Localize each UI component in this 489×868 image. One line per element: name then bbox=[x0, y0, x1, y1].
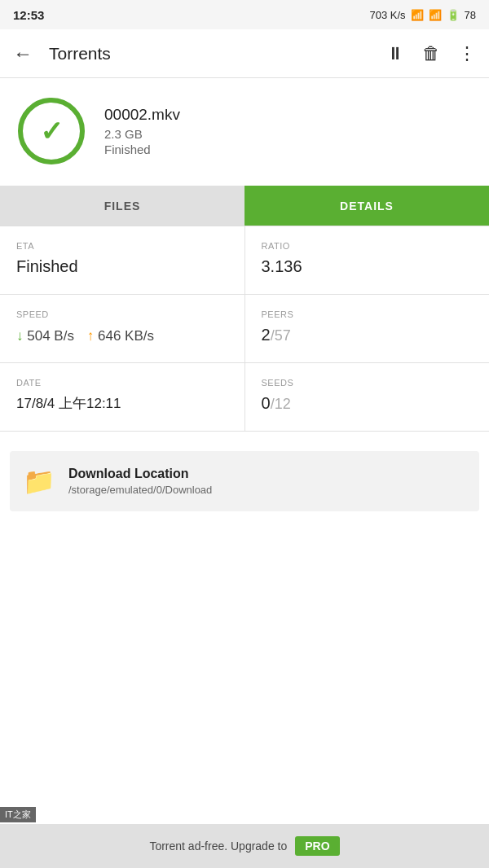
watermark: IT之家 bbox=[0, 807, 36, 822]
seeds-count: 0 bbox=[262, 394, 271, 412]
peers-label: PEERS bbox=[262, 309, 474, 319]
more-button[interactable]: ⋮ bbox=[458, 43, 476, 64]
delete-button[interactable]: 🗑 bbox=[422, 43, 440, 64]
status-speed: 703 K/s bbox=[369, 9, 405, 21]
tab-details[interactable]: DETAILS bbox=[244, 186, 489, 226]
status-time: 12:53 bbox=[13, 8, 44, 22]
speed-up: ↑ 646 KB/s bbox=[87, 328, 154, 344]
ad-banner: Torrent ad-free. Upgrade to PRO bbox=[0, 824, 489, 868]
location-title: Download Location bbox=[68, 467, 212, 481]
app-bar: ← Torrents ⏸ 🗑 ⋮ bbox=[0, 29, 489, 78]
seeds-value: 0/12 bbox=[262, 394, 474, 413]
torrent-info: 00002.mkv 2.3 GB Finished bbox=[104, 106, 180, 156]
download-location[interactable]: 📁 Download Location /storage/emulated/0/… bbox=[10, 451, 479, 511]
speed-down: ↓ 504 B/s bbox=[16, 328, 78, 344]
battery-level: 78 bbox=[465, 9, 476, 21]
speed-label: SPEED bbox=[16, 309, 228, 319]
page-title: Torrents bbox=[49, 44, 386, 64]
pause-button[interactable]: ⏸ bbox=[386, 43, 404, 64]
ad-text: Torrent ad-free. Upgrade to bbox=[149, 840, 287, 853]
status-bar: 12:53 703 K/s 📶 📶 🔋 78 bbox=[0, 0, 489, 29]
speed-up-value: 646 KB/s bbox=[98, 328, 154, 344]
details-cell-ratio: RATIO 3.136 bbox=[245, 226, 490, 294]
peers-total: /57 bbox=[271, 327, 291, 344]
date-value: 17/8/4 上午12:11 bbox=[16, 394, 228, 413]
details-cell-seeds: SEEDS 0/12 bbox=[245, 363, 490, 431]
details-cell-speed: SPEED ↓ 504 B/s ↑ 646 KB/s bbox=[0, 295, 245, 362]
peers-value: 2/57 bbox=[262, 326, 474, 344]
peers-count: 2 bbox=[262, 326, 271, 344]
eta-value: Finished bbox=[16, 257, 228, 276]
torrent-filename: 00002.mkv bbox=[104, 106, 180, 124]
battery-icon: 🔋 bbox=[447, 9, 460, 21]
details-cell-eta: ETA Finished bbox=[0, 226, 245, 294]
status-right: 703 K/s 📶 📶 🔋 78 bbox=[369, 9, 476, 21]
torrent-size: 2.3 GB bbox=[104, 127, 180, 141]
tabs: FILES DETAILS bbox=[0, 186, 489, 226]
location-path: /storage/emulated/0/Download bbox=[68, 484, 212, 496]
pro-button[interactable]: PRO bbox=[295, 836, 339, 856]
details-cell-peers: PEERS 2/57 bbox=[245, 295, 490, 362]
app-bar-actions: ⏸ 🗑 ⋮ bbox=[386, 43, 476, 64]
details-cell-date: DATE 17/8/4 上午12:11 bbox=[0, 363, 245, 431]
speed-value: ↓ 504 B/s ↑ 646 KB/s bbox=[16, 326, 228, 344]
check-icon: ✓ bbox=[40, 115, 63, 147]
ratio-label: RATIO bbox=[262, 241, 474, 251]
folder-icon: 📁 bbox=[23, 466, 55, 497]
details-row-date-seeds: DATE 17/8/4 上午12:11 SEEDS 0/12 bbox=[0, 363, 489, 432]
back-button[interactable]: ← bbox=[13, 42, 33, 65]
seeds-label: SEEDS bbox=[262, 378, 474, 388]
arrow-down-icon: ↓ bbox=[16, 328, 24, 344]
location-info: Download Location /storage/emulated/0/Do… bbox=[68, 467, 212, 496]
wifi-icon: 📶 bbox=[411, 9, 424, 21]
tab-files[interactable]: FILES bbox=[0, 186, 244, 226]
signal-icon: 📶 bbox=[429, 9, 442, 21]
seeds-total: /12 bbox=[271, 396, 291, 412]
progress-circle: ✓ bbox=[15, 94, 88, 168]
ratio-value: 3.136 bbox=[262, 257, 474, 276]
speed-down-value: 504 B/s bbox=[27, 328, 74, 344]
date-label: DATE bbox=[16, 378, 228, 388]
details-row-speed-peers: SPEED ↓ 504 B/s ↑ 646 KB/s PEERS 2/57 bbox=[0, 295, 489, 363]
details-row-eta-ratio: ETA Finished RATIO 3.136 bbox=[0, 226, 489, 295]
torrent-status: Finished bbox=[104, 142, 180, 156]
eta-label: ETA bbox=[16, 241, 228, 251]
torrent-header: ✓ 00002.mkv 2.3 GB Finished bbox=[0, 78, 489, 186]
watermark-label: IT之家 bbox=[5, 809, 31, 819]
details-section: ETA Finished RATIO 3.136 SPEED ↓ 504 B/s… bbox=[0, 226, 489, 440]
arrow-up-icon: ↑ bbox=[87, 328, 95, 344]
